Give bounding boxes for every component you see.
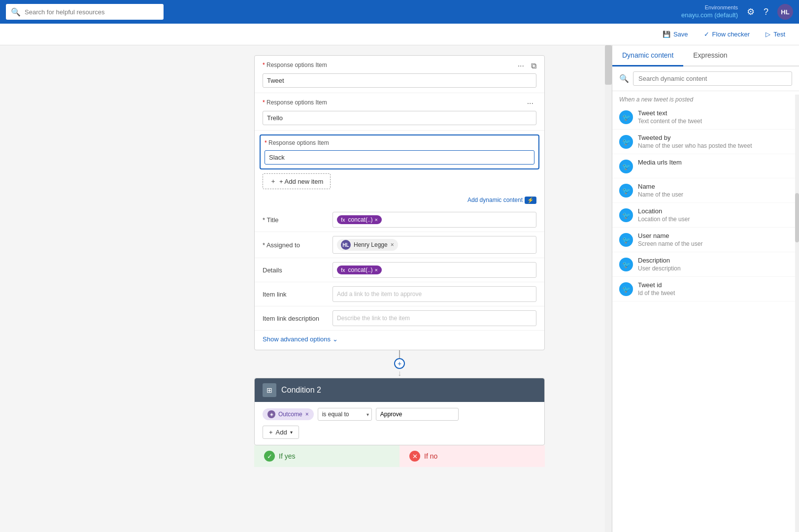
main-scroll-thumb[interactable] <box>605 45 612 85</box>
condition-value-input[interactable] <box>376 408 459 421</box>
tweet-id-desc: Id of the tweet <box>638 290 792 297</box>
panel-item-tweet-id[interactable]: 🐦 Tweet id Id of the tweet <box>612 277 799 301</box>
panel-item-media-urls[interactable]: 🐦 Media urls Item <box>612 154 799 178</box>
description-desc: User description <box>638 265 792 272</box>
save-button[interactable]: 💾 Save <box>659 29 692 40</box>
item-link-desc-value[interactable]: Describe the link to the item <box>333 310 536 326</box>
add-condition-button[interactable]: + Add ▾ <box>263 426 299 439</box>
details-value[interactable]: fx concat(..) × <box>333 262 536 278</box>
environment-info: Environments enayu.com (default) <box>681 4 738 19</box>
avatar[interactable]: HL <box>777 4 793 20</box>
condition-icon: ⊞ <box>263 383 276 397</box>
test-button[interactable]: ▷ Test <box>762 29 789 40</box>
panel-item-tweeted-by-content: Tweeted by Name of the user who has post… <box>638 134 792 149</box>
twitter-icon-tweeted-by: 🐦 <box>619 135 633 149</box>
main-scrollbar[interactable] <box>605 45 612 532</box>
panel-item-tweet-text-content: Tweet text Text content of the tweet <box>638 109 792 125</box>
settings-icon[interactable]: ⚙ <box>747 6 755 17</box>
response-item-3-input[interactable] <box>265 150 534 165</box>
lightning-icon: ⚡ <box>525 197 536 204</box>
item1-copy-icon[interactable]: ⧉ <box>531 62 536 70</box>
panel-item-user-name-content: User name Screen name of the user <box>638 232 792 247</box>
item-link-label: Item link <box>263 291 327 298</box>
name-desc: Name of the user <box>638 191 792 198</box>
flow-checker-icon: ✓ <box>704 31 709 38</box>
assigned-close[interactable]: × <box>391 241 394 248</box>
response-options-card: * Response options Item ··· ⧉ * Response… <box>254 55 545 350</box>
assigned-to-label: * Assigned to <box>263 241 327 249</box>
assigned-to-field-row: * Assigned to HL Henry Legge × <box>255 232 544 258</box>
plus-icon: ＋ <box>270 177 276 186</box>
dynamic-content-row: Add dynamic content ⚡ <box>255 193 544 208</box>
details-label: Details <box>263 266 327 274</box>
title-value[interactable]: fx concat(..) × <box>333 212 536 228</box>
item1-more-button[interactable]: ··· <box>515 61 527 71</box>
nav-right-section: Environments enayu.com (default) ⚙ ? HL <box>681 4 793 20</box>
tweeted-by-title: Tweeted by <box>638 134 792 141</box>
test-icon: ▷ <box>766 31 770 38</box>
help-icon[interactable]: ? <box>764 7 768 17</box>
item-link-desc-label: Item link description <box>263 315 327 322</box>
panel-search-area: 🔍 <box>612 66 799 91</box>
response-item-3: * Response options Item <box>260 134 539 169</box>
nav-search-bar[interactable]: 🔍 <box>6 4 164 20</box>
no-label: If no <box>424 452 437 460</box>
outcome-icon: ◈ <box>267 410 275 418</box>
panel-search-icon: 🔍 <box>619 74 629 83</box>
condition-title: Condition 2 <box>281 386 321 395</box>
item2-more-button[interactable]: ··· <box>524 98 536 109</box>
outcome-close[interactable]: × <box>305 411 309 418</box>
nav-search-input[interactable] <box>25 8 159 16</box>
title-field-row: * Title fx concat(..) × <box>255 208 544 232</box>
tab-dynamic-content[interactable]: Dynamic content <box>612 45 683 66</box>
item-link-field-row: Item link Add a link to the item to appr… <box>255 282 544 306</box>
details-token-chip: fx concat(..) × <box>337 266 382 274</box>
add-new-item-button[interactable]: ＋ + Add new item <box>263 173 331 189</box>
twitter-icon-user-name: 🐦 <box>619 233 633 247</box>
response-item-1-input[interactable] <box>263 73 536 88</box>
panel-item-name[interactable]: 🐦 Name Name of the user <box>612 178 799 203</box>
location-desc: Location of the user <box>638 216 792 223</box>
assigned-to-value[interactable]: HL Henry Legge × <box>333 236 536 254</box>
panel-scroll-thumb[interactable] <box>795 193 799 242</box>
yes-branch-header: ✓ If yes <box>254 445 400 467</box>
tab-expression[interactable]: Expression <box>683 45 737 66</box>
yes-branch: ✓ If yes <box>254 445 400 467</box>
response-item-2-label: * Response options Item <box>263 99 327 106</box>
add-dynamic-content-link[interactable]: Add dynamic content ⚡ <box>467 197 536 204</box>
twitter-icon-tweet-id: 🐦 <box>619 282 633 296</box>
top-nav: 🔍 Environments enayu.com (default) ⚙ ? H… <box>0 0 799 24</box>
panel-item-media-urls-content: Media urls Item <box>638 159 792 166</box>
add-step-button[interactable]: + <box>394 358 405 369</box>
item-link-value[interactable]: Add a link to the item to approve <box>333 286 536 302</box>
no-branch-header: ✕ If no <box>400 445 545 467</box>
operator-select[interactable]: is equal to is not equal to contains <box>318 408 372 421</box>
title-token-close[interactable]: × <box>375 217 378 223</box>
panel-item-tweet-text[interactable]: 🐦 Tweet text Text content of the tweet <box>612 105 799 130</box>
show-advanced-link[interactable]: Show advanced options ⌄ <box>263 335 536 343</box>
chevron-down-icon: ▾ <box>290 430 293 435</box>
response-item-2-input[interactable] <box>263 111 536 125</box>
condition-row: ◈ Outcome × is equal to is not equal to … <box>263 408 536 421</box>
panel-item-description[interactable]: 🐦 Description User description <box>612 252 799 277</box>
title-token-chip: fx concat(..) × <box>337 215 382 224</box>
tweeted-by-desc: Name of the user who has posted the twee… <box>638 142 792 149</box>
flow-checker-button[interactable]: ✓ Flow checker <box>700 29 754 40</box>
location-title: Location <box>638 207 792 215</box>
panel-section-label: When a new tweet is posted <box>612 91 799 105</box>
description-title: Description <box>638 257 792 264</box>
panel-scrollbar[interactable] <box>795 95 799 532</box>
env-name: enayu.com (default) <box>681 11 738 20</box>
tweet-text-title: Tweet text <box>638 109 792 117</box>
outcome-label: Outcome <box>278 411 302 418</box>
condition-header: ⊞ Condition 2 <box>255 378 544 402</box>
user-name-desc: Screen name of the user <box>638 240 792 247</box>
assigned-name: Henry Legge <box>354 241 388 248</box>
twitter-icon-location: 🐦 <box>619 208 633 222</box>
dynamic-search-input[interactable] <box>633 71 792 86</box>
panel-item-user-name[interactable]: 🐦 User name Screen name of the user <box>612 228 799 252</box>
panel-item-tweeted-by[interactable]: 🐦 Tweeted by Name of the user who has po… <box>612 130 799 154</box>
item-link-desc-field-row: Item link description Describe the link … <box>255 306 544 331</box>
panel-item-location[interactable]: 🐦 Location Location of the user <box>612 203 799 228</box>
details-token-close[interactable]: × <box>375 267 378 273</box>
